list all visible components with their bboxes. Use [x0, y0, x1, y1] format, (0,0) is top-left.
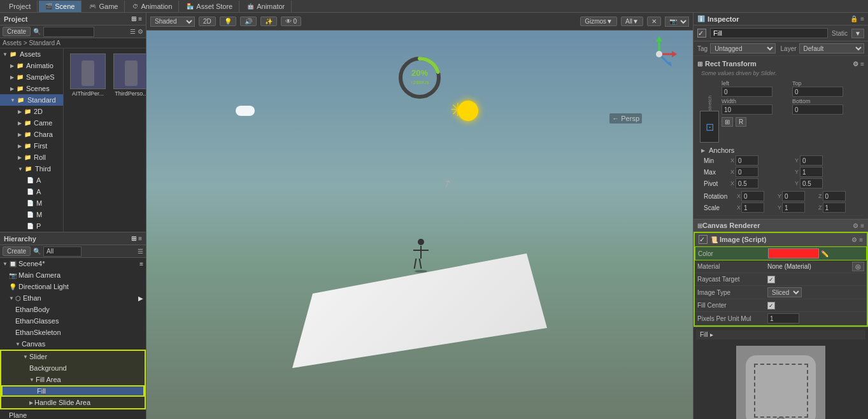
anchors-header[interactable]: ▶ Anchors [701, 145, 860, 155]
top-input[interactable] [792, 87, 843, 97]
left-input[interactable] [722, 87, 772, 97]
hidden-objects-button[interactable]: 👁 0 [281, 17, 301, 26]
asset-thumbnail[interactable]: ThirdPerso... [112, 53, 146, 97]
tab-animator[interactable]: 🤖 Animator [241, 1, 292, 12]
pixels-input[interactable] [767, 313, 799, 323]
layer-dropdown[interactable]: Default [799, 43, 864, 53]
rot-y-input[interactable] [782, 191, 805, 201]
reset-button[interactable]: R [736, 117, 746, 127]
asset-item[interactable]: ▶ 📁 Animatio [0, 60, 63, 71]
asset-item[interactable]: ▼ 📁 Standard [0, 94, 63, 106]
asset-item[interactable]: 📄 A [0, 186, 63, 197]
2d-button[interactable]: 2D [199, 17, 216, 26]
scale-y-input[interactable] [782, 202, 805, 213]
gizmo-compass[interactable] [639, 34, 680, 75]
tab-scene[interactable]: 🎬 Scene [39, 1, 82, 12]
pivot-x-input[interactable] [736, 178, 758, 188]
canvas-renderer-header[interactable]: ⊞ Canvas Renderer ⚙ ≡ [694, 220, 868, 232]
hierarchy-item-canvas[interactable]: ▼ Canvas [0, 338, 146, 350]
hierarchy-item-ethan[interactable]: ▼ ⬡ Ethan ▶ [0, 292, 146, 304]
hierarchy-item-slider[interactable]: ▼ Slider [1, 351, 145, 362]
bottom-input[interactable] [792, 104, 843, 115]
effects-button[interactable]: ✨ [260, 17, 277, 26]
anchor-max-y-input[interactable] [800, 167, 823, 177]
asset-item[interactable]: ▶ 📁 First [0, 140, 63, 152]
hierarchy-item-ethan-skeleton[interactable]: EthanSkeleton [0, 327, 146, 338]
raycast-checkbox[interactable]: ✓ [767, 276, 775, 283]
color-swatch[interactable] [768, 248, 819, 259]
hierarchy-scene-root[interactable]: ▼ 🔲 Scene4* ≡ [0, 258, 146, 269]
anchor-min-x-input[interactable] [736, 155, 758, 166]
min-label: Min [704, 157, 729, 164]
object-name-input[interactable] [710, 28, 828, 38]
asset-item[interactable]: 📄 P [0, 220, 63, 232]
project-search-input[interactable] [43, 27, 94, 37]
width-input[interactable] [722, 104, 772, 115]
hierarchy-item-fill-area[interactable]: ▼ Fill Area [1, 374, 145, 385]
hierarchy-item-handle-slide-area[interactable]: ▶ Handle Slide Area [1, 397, 145, 408]
hierarchy-item-fill[interactable]: Fill [1, 385, 145, 397]
light-button[interactable]: 💡 [220, 17, 236, 26]
hierarchy-item-main-camera[interactable]: 📷 Main Camera [0, 269, 146, 281]
scene-viewport[interactable]: ✳ ↗ [146, 31, 693, 419]
material-pick-button[interactable]: ◎ [852, 262, 864, 271]
tab-asset-store[interactable]: 🏪 Asset Store [180, 1, 239, 12]
fill-center-checkbox[interactable]: ✓ [767, 302, 775, 309]
arrow-right-icon: ▶ [138, 295, 143, 302]
rect-transform-settings[interactable]: ⚙ ≡ [853, 60, 864, 67]
asset-item[interactable]: ▶ 📁 Came [0, 117, 63, 129]
asset-item[interactable]: ▶ 📁 Roll [0, 152, 63, 163]
hierarchy-create-button[interactable]: Create [3, 246, 31, 256]
anchor-min-y-input[interactable] [800, 155, 823, 166]
asset-item[interactable]: 📄 M [0, 197, 63, 209]
asset-item[interactable]: ▶ 📁 Scenes [0, 83, 63, 94]
stretch-icon[interactable]: ⊡ [700, 111, 719, 143]
image-type-dropdown[interactable]: Sliced [767, 287, 802, 297]
all-dropdown[interactable]: All▼ [621, 17, 643, 26]
asset-thumbnail[interactable]: AIThirdPer... [69, 53, 107, 97]
object-enabled-checkbox[interactable]: ✓ [697, 29, 706, 38]
pivot-y-input[interactable] [800, 178, 823, 188]
view-mode-dropdown[interactable]: 📷 [665, 17, 689, 27]
tab-animation[interactable]: ⏱ Animation [126, 1, 179, 12]
static-dropdown[interactable]: ▼ [851, 29, 864, 38]
asset-item[interactable]: ▶ 📁 Chara [0, 129, 63, 140]
blueprint-button[interactable]: ⊞ [722, 117, 733, 127]
audio-button[interactable]: 🔊 [240, 17, 257, 26]
inspector-lock-icon[interactable]: 🔒 [850, 15, 858, 22]
anchor-max-x-input[interactable] [736, 167, 758, 177]
canvas-renderer-settings[interactable]: ⚙ ≡ [853, 222, 864, 229]
rect-transform-header[interactable]: ⊞ Rect Transform ⚙ ≡ [697, 59, 864, 69]
tab-project[interactable]: Project [3, 1, 38, 12]
rot-z-input[interactable] [823, 191, 846, 201]
hierarchy-search-input[interactable] [43, 246, 82, 257]
project-create-button[interactable]: Create [3, 27, 31, 36]
bottom-label: Bottom [792, 98, 862, 104]
asset-item[interactable]: 📄 A [0, 174, 63, 186]
shader-dropdown[interactable]: Shaded [150, 17, 195, 27]
color-picker-icon[interactable]: ✏️ [821, 250, 829, 257]
asset-item[interactable]: ▼ 📁 Third [0, 163, 63, 174]
image-script-settings[interactable]: ⚙ ≡ [851, 236, 863, 243]
tag-dropdown[interactable]: Untagged [710, 43, 775, 53]
hierarchy-item-directional-light[interactable]: 💡 Directional Light [0, 281, 146, 292]
scale-x-input[interactable] [741, 202, 764, 213]
stretch-widget[interactable]: stretch ⊡ [700, 85, 719, 143]
tab-game[interactable]: 🎮 Game [83, 1, 125, 12]
rot-x-input[interactable] [741, 191, 764, 201]
asset-item[interactable]: 📄 M [0, 209, 63, 220]
hierarchy-item-ethan-glasses[interactable]: EthanGlasses [0, 315, 146, 327]
scene-move-button[interactable]: ✕ [647, 17, 661, 26]
asset-item[interactable]: ▼ 📁 Assets [0, 48, 63, 60]
asset-item[interactable]: ▶ 📁 SampleS [0, 71, 63, 83]
image-enabled-checkbox[interactable]: ✓ [699, 235, 708, 244]
image-script-header[interactable]: ✓ 📜 Image (Script) ⚙ ≡ [695, 233, 867, 246]
gizmos-dropdown[interactable]: Gizmos▼ [580, 17, 617, 26]
asset-item[interactable]: ▶ 📁 2D [0, 106, 63, 117]
scale-z-input[interactable] [823, 202, 846, 213]
fill-preview-label[interactable]: Fill ▸ [696, 330, 865, 339]
hierarchy-item-background[interactable]: Background [1, 362, 145, 374]
hierarchy-item-plane[interactable]: Plane [0, 409, 146, 419]
inspector-menu-icon[interactable]: ≡ [860, 15, 864, 22]
hierarchy-item-ethan-body[interactable]: EthanBody [0, 304, 146, 315]
